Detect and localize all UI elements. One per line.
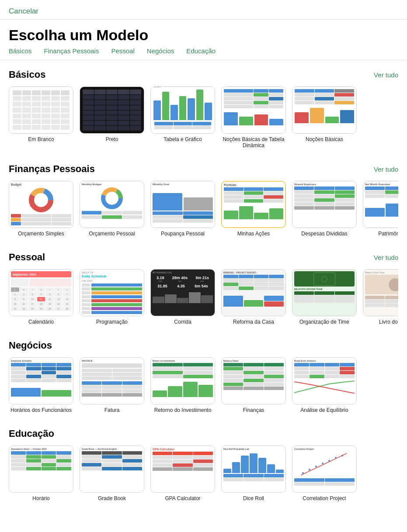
template-em-branco-label: Em Branco	[28, 136, 54, 142]
basicos-ver-tudo[interactable]: Ver tudo	[374, 71, 398, 79]
template-grade-book-thumb: Grade Book — 3rd Period English	[80, 446, 144, 493]
template-gpa-calc[interactable]: GPA Calculator GPA Calculator	[150, 446, 215, 501]
template-programacao-thumb: WEEK OF Daily Schedule Fall 2024	[80, 269, 144, 316]
template-poupanca-pessoal-thumb: Monthly Goal	[150, 181, 215, 228]
category-nav: Básicos Finanças Pessoais Pessoal Negóci…	[0, 47, 407, 60]
template-nocoes-basicas-thumb	[292, 86, 357, 134]
template-gpa-calc-label: GPA Calculator	[165, 495, 200, 501]
financas-header: Finanças Pessoais Ver tudo	[9, 163, 398, 175]
template-analise-eq-label: Análise de Equilíbrio	[300, 407, 348, 413]
template-orcamento-simples[interactable]: Budget Orçamento Simples	[9, 181, 73, 237]
nav-financas-pessoais[interactable]: Finanças Pessoais	[44, 47, 99, 55]
negocios-title: Negócios	[9, 340, 52, 351]
template-nocoes-tabela-thumb	[221, 86, 286, 134]
template-calendario-thumb: September 2024 S M T W T F S 1234567	[9, 269, 73, 316]
template-horario-edu-thumb: Attendance Sheet — October 2024	[9, 446, 73, 493]
template-fatura-label: Fatura	[104, 407, 120, 413]
svg-point-10	[315, 466, 317, 467]
template-fatura[interactable]: INVOICE Fatura	[80, 357, 144, 413]
template-corrida-label: Corrida	[174, 319, 191, 325]
basicos-section: Básicos Ver tudo Em Branco	[0, 60, 407, 153]
template-livro-bebe-label: Livro do Bebê	[379, 319, 398, 325]
template-em-branco-thumb	[9, 86, 73, 134]
template-retorno-inv[interactable]: Return on Investment Retorno do Investim…	[150, 357, 215, 413]
template-patrimonio[interactable]: Net Worth Overview Patrimônio L...	[363, 181, 398, 237]
template-dice-roll[interactable]: Dice Roll Probability Lab Dice Roll	[221, 446, 286, 501]
financas-section: Finanças Pessoais Ver tudo Budget	[0, 155, 407, 241]
template-poupanca-pessoal[interactable]: Monthly Goal Poupança Pessoal	[150, 181, 215, 237]
template-fatura-thumb: INVOICE	[80, 357, 144, 404]
financas-ver-tudo[interactable]: Ver tudo	[374, 166, 398, 173]
template-livro-bebe[interactable]: Baby's First Year Livro do Bebê	[363, 269, 398, 325]
template-dice-roll-thumb: Dice Roll Probability Lab	[221, 446, 286, 493]
template-preto-label: Preto	[106, 136, 118, 142]
template-nocoes-basicas[interactable]: Noções Básicas	[292, 86, 357, 149]
svg-point-9	[309, 469, 310, 470]
pessoal-ver-tudo[interactable]: Ver tudo	[374, 254, 398, 261]
nav-pessoal[interactable]: Pessoal	[111, 47, 134, 55]
template-org-time-thumb: WILDCATS SOCCER TEAM	[292, 269, 357, 316]
template-corr-proj-thumb: Correlation Project	[292, 446, 357, 493]
educacao-section: Educação Attendance Sheet — October 2024…	[0, 419, 407, 506]
template-tabela-grafico-label: Tabela e Gráfico	[163, 136, 202, 142]
template-patrimonio-label: Patrimônio L...	[378, 231, 398, 237]
template-reforma-casa[interactable]: REMODEL - PROJECT BUDGET Refor	[221, 269, 286, 325]
template-patrimonio-thumb: Net Worth Overview	[363, 181, 398, 228]
template-orcamento-pessoal[interactable]: Monthly Budget Orçamen	[80, 181, 144, 237]
template-dice-roll-label: Dice Roll	[243, 495, 264, 501]
template-programacao-label: Programação	[96, 319, 128, 325]
template-tabela-grafico-thumb: Chart	[150, 86, 215, 134]
educacao-header: Educação	[9, 428, 398, 439]
template-nocoes-tabela[interactable]: Noções Básicas de Tabela Dinâmica	[221, 86, 286, 149]
template-preto[interactable]: Preto	[80, 86, 144, 149]
pessoal-header: Pessoal Ver tudo	[9, 252, 398, 263]
basicos-templates: Em Branco Preto	[9, 86, 398, 149]
template-reforma-casa-thumb: REMODEL - PROJECT BUDGET	[221, 269, 286, 316]
template-despesas-divididas-thumb: Shared Expenses	[292, 181, 357, 228]
nav-negocios[interactable]: Negócios	[147, 47, 174, 55]
template-org-time-label: Organização de Time	[299, 319, 349, 325]
template-horarios-func-label: Horários dos Funcionários	[10, 407, 72, 413]
cancel-button[interactable]: Cancelar	[9, 7, 38, 16]
template-livro-bebe-thumb: Baby's First Year	[363, 269, 398, 316]
template-org-time[interactable]: WILDCATS SOCCER TEAM Organização de Time	[292, 269, 357, 325]
template-horarios-func-thumb: Employee Schedule	[9, 357, 73, 404]
nav-basicos[interactable]: Básicos	[9, 47, 32, 55]
template-horarios-func[interactable]: Employee Schedule Horários dos Funcionár…	[9, 357, 73, 413]
financas-templates: Budget Orçamento Simples	[9, 181, 398, 237]
financas-title: Finanças Pessoais	[9, 163, 95, 175]
template-corrida[interactable]: MY RUNNING LOG 3.19 miles 28m 40s time 9…	[150, 269, 215, 325]
template-horario-edu[interactable]: Attendance Sheet — October 2024 Horário	[9, 446, 73, 501]
template-em-branco[interactable]: Em Branco	[9, 86, 73, 149]
template-financas-neg[interactable]: Balance Sheet Finanças	[221, 357, 286, 413]
template-retorno-inv-label: Retorno do Investimento	[154, 407, 212, 413]
template-reforma-casa-label: Reforma da Casa	[233, 319, 274, 325]
nav-educacao[interactable]: Educação	[186, 47, 216, 55]
pessoal-title: Pessoal	[9, 252, 45, 263]
template-calendario[interactable]: September 2024 S M T W T F S 1234567	[9, 269, 73, 325]
template-nocoes-tabela-label: Noções Básicas de Tabela Dinâmica	[221, 136, 286, 149]
basicos-templates-row: Em Branco Preto	[9, 86, 398, 149]
template-grade-book[interactable]: Grade Book — 3rd Period English Grade Bo…	[80, 446, 144, 501]
template-orcamento-pessoal-thumb: Monthly Budget	[80, 181, 144, 228]
negocios-section: Negócios Employee Schedule Horári	[0, 331, 407, 418]
template-tabela-grafico[interactable]: Chart	[150, 86, 215, 149]
svg-point-7	[108, 195, 115, 202]
template-corr-proj[interactable]: Correlation Project	[292, 446, 357, 501]
pessoal-templates: September 2024 S M T W T F S 1234567	[9, 269, 398, 325]
template-analise-eq[interactable]: Break-Even Analysis Análise de Equilíbri…	[292, 357, 357, 413]
template-grade-book-label: Grade Book	[98, 495, 126, 501]
basicos-header: Básicos Ver tudo	[9, 69, 398, 80]
template-programacao[interactable]: WEEK OF Daily Schedule Fall 2024	[80, 269, 144, 325]
template-poupanca-pessoal-label: Poupança Pessoal	[161, 231, 205, 237]
template-retorno-inv-thumb: Return on Investment	[150, 357, 215, 404]
template-financas-neg-thumb: Balance Sheet	[221, 357, 286, 404]
template-corr-proj-label: Correlation Project	[303, 495, 346, 501]
template-despesas-divididas-label: Despesas Divididas	[301, 231, 347, 237]
svg-line-15	[301, 453, 347, 475]
template-despesas-divididas[interactable]: Shared Expenses Despesas Divididas	[292, 181, 357, 237]
template-gpa-calc-thumb: GPA Calculator	[150, 446, 215, 493]
template-minhas-acoes[interactable]: Portfolio Minhas Ações	[221, 181, 286, 237]
negocios-templates: Employee Schedule Horários dos Funcionár…	[9, 357, 398, 413]
pessoal-section: Pessoal Ver tudo September 2024 S M T W	[0, 243, 407, 329]
